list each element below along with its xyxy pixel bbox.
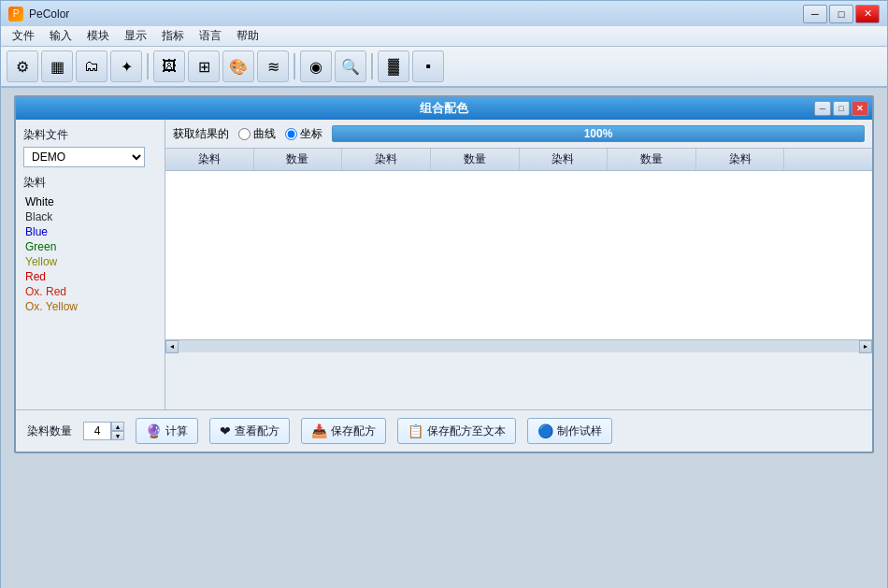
table-header-cell-染料: 染料 (165, 149, 254, 170)
sub-maximize-button[interactable]: □ (833, 101, 850, 116)
grid-toolbar-button[interactable]: ⊞ (188, 50, 220, 82)
app-icon: P (8, 7, 23, 22)
scroll-left-button[interactable]: ◂ (165, 340, 179, 353)
sub-window-title: 组合配色 (420, 100, 468, 117)
search-toolbar-button[interactable]: 🔍 (335, 50, 366, 82)
palette-toolbar-button[interactable]: 🎨 (222, 50, 254, 82)
table-header-cell-数量: 数量 (608, 149, 696, 170)
content-layout: 染料文件 DEMO 染料 WhiteBlackBlueGreenYellowRe… (16, 120, 872, 409)
sub-window: 组合配色 ─ □ ✕ 染料文件 DEMO 染料 WhiteBlackBlueGr… (14, 95, 874, 453)
close-button[interactable]: ✕ (855, 5, 880, 23)
sub-minimize-button[interactable]: ─ (814, 101, 831, 116)
table-header-cell-染料: 染料 (696, 149, 785, 170)
spectrum1-toolbar-button[interactable]: ▓ (378, 50, 409, 82)
filter-toolbar-button[interactable]: ≋ (257, 50, 289, 82)
make-sample-button[interactable]: 🔵 制作试样 (527, 418, 612, 444)
colorwheel-toolbar-button[interactable]: ◉ (300, 50, 332, 82)
dye-list: WhiteBlackBlueGreenYellowRedOx. RedOx. Y… (23, 194, 157, 314)
right-panel: 获取结果的 曲线 坐标 100% (165, 120, 872, 409)
bottom-bar: 染料数量 ▲ ▼ 🔮 计算 ❤ 查看配方 📥 保存配方 📋 (16, 409, 872, 452)
dye-file-dropdown[interactable]: DEMO (23, 147, 145, 167)
calc-icon: 🔮 (146, 423, 162, 438)
make-sample-icon: 🔵 (537, 423, 553, 438)
save-formula-text-label: 保存配方至文本 (427, 423, 506, 439)
table-header-cell- (784, 149, 872, 170)
barcode-toolbar-button[interactable]: ▦ (41, 50, 73, 82)
menu-item-模块[interactable]: 模块 (79, 26, 117, 46)
scroll-track[interactable] (182, 342, 855, 351)
scroll-right-button[interactable]: ▸ (859, 340, 872, 353)
table-header-cell-染料: 染料 (520, 149, 609, 170)
save-formula-button[interactable]: 📥 保存配方 (301, 418, 386, 444)
settings-toolbar-button[interactable]: ⚙ (7, 50, 38, 82)
make-sample-label: 制作试样 (557, 423, 602, 439)
main-area: 组合配色 ─ □ ✕ 染料文件 DEMO 染料 WhiteBlackBlueGr… (0, 88, 888, 588)
title-bar: P PeColor ─ □ ✕ (0, 0, 888, 26)
dye-count-label: 染料数量 (27, 423, 72, 439)
view-formula-label: 查看配方 (235, 423, 279, 439)
dye-item-yellow[interactable]: Yellow (23, 254, 157, 269)
view-formula-icon: ❤ (220, 423, 231, 438)
toolbar-separator-8 (294, 53, 295, 79)
horizontal-scrollbar[interactable]: ◂ ▸ (165, 339, 872, 352)
dye-file-label: 染料文件 (23, 127, 157, 143)
dye-item-ox.yellow[interactable]: Ox. Yellow (23, 299, 157, 314)
dye-item-blue[interactable]: Blue (23, 224, 157, 239)
toolbar: ⚙▦🗂✦🖼⊞🎨≋◉🔍▓▪ (0, 47, 888, 88)
menu-item-语言[interactable]: 语言 (192, 26, 229, 46)
maximize-button[interactable]: □ (829, 5, 853, 23)
menu-item-输入[interactable]: 输入 (42, 26, 79, 46)
menu-item-显示[interactable]: 显示 (117, 26, 154, 46)
folder-toolbar-button[interactable]: 🗂 (76, 50, 107, 82)
menu-item-文件[interactable]: 文件 (5, 26, 42, 46)
menu-item-指标[interactable]: 指标 (154, 26, 192, 46)
app-icon-letter: P (13, 8, 20, 19)
save-formula-label: 保存配方 (331, 423, 376, 439)
spinner-down-button[interactable]: ▼ (111, 431, 124, 440)
dye-label: 染料 (23, 175, 157, 191)
table-header-cell-染料: 染料 (342, 149, 431, 170)
left-panel: 染料文件 DEMO 染料 WhiteBlackBlueGreenYellowRe… (16, 120, 165, 409)
spectrum2-toolbar-button[interactable]: ▪ (412, 50, 444, 82)
coordinate-radio[interactable] (285, 128, 297, 140)
coordinate-radio-label[interactable]: 坐标 (285, 126, 322, 142)
save-formula-text-icon: 📋 (408, 423, 423, 438)
curve-radio[interactable] (238, 128, 251, 140)
sub-close-button[interactable]: ✕ (852, 101, 868, 116)
toolbar-separator-10 (371, 53, 373, 79)
coordinate-label: 坐标 (300, 126, 322, 142)
curve-radio-label[interactable]: 曲线 (238, 126, 276, 142)
save-formula-icon: 📥 (311, 423, 327, 438)
toolbar-separator-4 (147, 53, 149, 79)
dye-item-red[interactable]: Red (23, 269, 157, 284)
right-top-bar: 获取结果的 曲线 坐标 100% (165, 120, 872, 149)
sub-window-controls: ─ □ ✕ (814, 101, 868, 116)
dye-count-spinner[interactable]: ▲ ▼ (83, 422, 124, 440)
title-controls: ─ □ ✕ (803, 5, 880, 23)
progress-value: 100% (584, 127, 613, 140)
dye-item-black[interactable]: Black (23, 209, 157, 224)
view-formula-button[interactable]: ❤ 查看配方 (209, 418, 290, 444)
menu-bar: 文件输入模块显示指标语言帮助 (0, 26, 888, 47)
table-header: 染料数量染料数量染料数量染料 (165, 149, 872, 171)
table-body (165, 171, 872, 339)
save-formula-text-button[interactable]: 📋 保存配方至文本 (397, 418, 516, 444)
dye-item-ox.red[interactable]: Ox. Red (23, 284, 157, 299)
app-title: PeColor (29, 7, 803, 21)
spinner-buttons: ▲ ▼ (111, 422, 124, 440)
extract-label: 获取结果的 (173, 126, 229, 142)
dye-item-green[interactable]: Green (23, 239, 157, 254)
calc-label: 计算 (165, 423, 188, 439)
dye-item-white[interactable]: White (23, 194, 157, 209)
image-toolbar-button[interactable]: 🖼 (153, 50, 185, 82)
table-header-cell-数量: 数量 (254, 149, 343, 170)
minimize-button[interactable]: ─ (803, 5, 827, 23)
menu-item-帮助[interactable]: 帮助 (229, 26, 266, 46)
calc-button[interactable]: 🔮 计算 (136, 418, 198, 444)
progress-fill: 100% (333, 126, 864, 141)
compass-toolbar-button[interactable]: ✦ (110, 50, 142, 82)
dye-count-input[interactable] (83, 422, 111, 440)
sub-window-title-bar: 组合配色 ─ □ ✕ (16, 97, 872, 120)
table-header-cell-数量: 数量 (431, 149, 520, 170)
spinner-up-button[interactable]: ▲ (111, 422, 124, 431)
